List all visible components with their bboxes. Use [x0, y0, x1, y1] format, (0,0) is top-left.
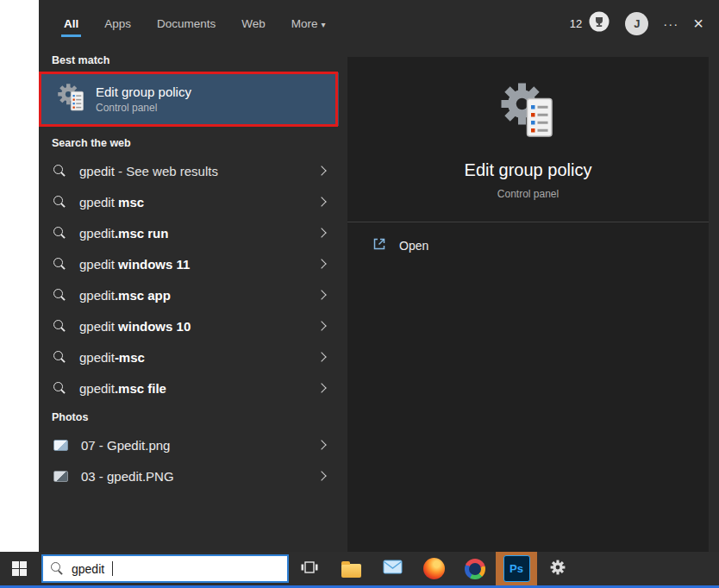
- open-icon: [372, 236, 387, 255]
- suggestion-text: gpedit windows 10: [79, 319, 191, 334]
- settings-gear-icon: [547, 557, 568, 581]
- open-label: Open: [399, 239, 428, 253]
- taskbar-search-input[interactable]: gpedit: [72, 562, 104, 576]
- search-icon: [53, 382, 66, 395]
- windows-logo-icon: [12, 561, 27, 576]
- search-suggestion-row[interactable]: gpedit-msc: [39, 341, 339, 372]
- suggestion-text: gpedit msc: [79, 195, 144, 210]
- results-column: Best match: [39, 47, 339, 552]
- chevron-right-icon[interactable]: [316, 471, 326, 480]
- file-explorer-icon: [341, 564, 361, 578]
- chevron-right-icon[interactable]: [316, 166, 326, 175]
- detail-subtitle: Control panel: [497, 188, 559, 200]
- photo-result-row[interactable]: 07 - Gpedit.png: [39, 429, 339, 460]
- photo-file-name: 03 - gpedit.PNG: [81, 469, 174, 484]
- search-suggestion-row[interactable]: gpedit msc: [39, 186, 339, 217]
- group-policy-icon: [56, 82, 87, 116]
- task-view-button[interactable]: [289, 552, 330, 585]
- chevron-down-icon: ▾: [322, 20, 326, 29]
- search-suggestion-row[interactable]: gpedit.msc run: [39, 217, 339, 248]
- open-action[interactable]: Open: [347, 222, 709, 269]
- tab-more[interactable]: More▾: [290, 10, 328, 37]
- chevron-right-icon[interactable]: [316, 321, 326, 330]
- search-icon: [53, 227, 66, 240]
- mail-icon: [383, 559, 403, 579]
- tab-web[interactable]: Web: [240, 10, 267, 37]
- best-match-subtitle: Control panel: [96, 102, 191, 114]
- browser-icon: [465, 559, 485, 579]
- tabbar-right-controls: 12 J ··· ×: [570, 10, 703, 36]
- detail-panel-wrapper: Edit group policy Control panel Open: [339, 47, 719, 552]
- chevron-right-icon[interactable]: [316, 440, 326, 449]
- image-thumbnail-icon: [53, 440, 68, 451]
- suggestion-text: gpedit - See web results: [79, 164, 218, 178]
- search-icon: [53, 320, 66, 333]
- chevron-right-icon[interactable]: [316, 259, 326, 268]
- user-avatar[interactable]: J: [625, 12, 648, 35]
- search-filter-tabbar: All Apps Documents Web More▾ 12: [39, 0, 719, 47]
- browser-button[interactable]: [454, 552, 496, 585]
- start-button[interactable]: [0, 552, 39, 585]
- taskbar-search-box[interactable]: gpedit: [41, 554, 289, 583]
- firefox-button[interactable]: [413, 552, 454, 585]
- detail-panel: Edit group policy Control panel Open: [347, 57, 709, 552]
- close-button[interactable]: ×: [693, 15, 703, 32]
- chevron-right-icon[interactable]: [316, 290, 326, 299]
- rewards-indicator[interactable]: 12: [570, 10, 610, 36]
- search-suggestion-row[interactable]: gpedit.msc file: [39, 372, 339, 403]
- desktop-screen: All Apps Documents Web More▾ 12: [0, 0, 719, 588]
- photo-result-row[interactable]: 03 - gpedit.PNG: [39, 460, 339, 491]
- tab-documents[interactable]: Documents: [155, 10, 217, 37]
- search-icon: [53, 196, 66, 209]
- text-cursor: [112, 561, 113, 576]
- search-suggestion-row[interactable]: gpedit windows 11: [39, 248, 339, 279]
- photoshop-icon: Ps: [503, 555, 530, 582]
- best-match-text: Edit group policy Control panel: [96, 84, 191, 114]
- suggestion-text: gpedit-msc: [79, 350, 145, 365]
- section-header-best-match: Best match: [39, 47, 339, 72]
- chevron-right-icon[interactable]: [316, 352, 326, 361]
- detail-title: Edit group policy: [465, 160, 592, 180]
- search-results-body: Best match: [39, 47, 719, 552]
- tab-all[interactable]: All: [62, 10, 80, 37]
- section-header-photos: Photos: [39, 403, 339, 429]
- suggestion-text: gpedit.msc app: [79, 288, 171, 303]
- search-suggestion-row[interactable]: gpedit windows 10: [39, 310, 339, 341]
- taskbar: gpedit: [0, 552, 719, 585]
- tab-apps[interactable]: Apps: [103, 10, 133, 37]
- chevron-right-icon[interactable]: [316, 383, 326, 392]
- image-thumbnail-icon: [53, 471, 68, 482]
- photo-file-name: 07 - Gpedit.png: [81, 438, 170, 453]
- suggestion-text: gpedit windows 11: [79, 257, 190, 272]
- chevron-right-icon[interactable]: [316, 228, 326, 237]
- search-icon: [53, 165, 66, 178]
- photoshop-button[interactable]: Ps: [496, 552, 537, 585]
- suggestion-text: gpedit.msc run: [79, 226, 168, 241]
- search-suggestion-row[interactable]: gpedit - See web results: [39, 155, 339, 186]
- search-icon: [53, 289, 66, 302]
- task-view-icon: [300, 558, 319, 580]
- best-match-title: Edit group policy: [96, 84, 191, 99]
- mail-button[interactable]: [372, 552, 413, 585]
- group-policy-icon-large: [497, 79, 560, 145]
- file-explorer-button[interactable]: [330, 552, 372, 585]
- firefox-icon: [423, 558, 445, 579]
- settings-button[interactable]: [537, 552, 578, 585]
- start-search-panel: All Apps Documents Web More▾ 12: [39, 0, 719, 552]
- search-suggestion-row[interactable]: gpedit.msc app: [39, 279, 339, 310]
- rewards-count: 12: [570, 17, 582, 30]
- best-match-item[interactable]: Edit group policy Control panel: [39, 72, 339, 126]
- search-icon: [53, 258, 66, 271]
- options-ellipsis-button[interactable]: ···: [663, 16, 678, 31]
- rewards-trophy-icon: [588, 10, 610, 36]
- suggestion-text: gpedit.msc file: [79, 381, 166, 396]
- search-icon: [53, 351, 66, 364]
- section-header-search-web: Search the web: [39, 126, 339, 155]
- chevron-right-icon[interactable]: [316, 197, 326, 206]
- search-icon: [51, 562, 64, 575]
